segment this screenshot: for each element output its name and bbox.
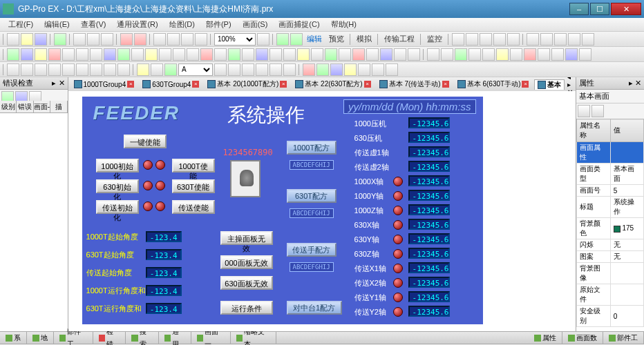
tb-btn[interactable] [90,63,102,76]
tb-btn[interactable] [256,48,268,61]
tb-btn[interactable] [297,48,310,61]
btn-1000t-enable[interactable]: 1000T使能 [172,159,215,172]
tb-btn[interactable] [76,63,88,76]
tb-btn[interactable] [214,48,227,61]
doctab[interactable]: 基本 20(1000T配方)× [205,79,290,89]
prop-name[interactable]: 画面类型 [577,164,610,185]
tb-btn[interactable] [173,48,185,61]
btn-run-cond[interactable]: 运行条件 [220,301,273,315]
tb-btn[interactable] [468,48,481,61]
btn-conveyor-init[interactable]: 传送初始化 [96,200,139,214]
close-tab-icon[interactable]: × [192,81,199,88]
tb-save-icon[interactable] [35,33,47,46]
mode-monitor[interactable]: 监控 [424,34,445,44]
zoom-select[interactable]: 100% [214,33,256,46]
tb-btn[interactable] [76,48,88,61]
col-value[interactable]: 值 [610,119,643,142]
tb-btn[interactable] [7,63,19,76]
tb-btn[interactable] [242,63,254,76]
menu-edit[interactable]: 编辑(E) [39,19,75,30]
tb-btn[interactable] [228,48,240,61]
btn-630t-recipe[interactable]: 630T配方 [287,189,337,203]
fld-1000t-startang[interactable]: -123.4 [146,231,182,242]
tb-btn[interactable] [482,48,495,61]
fld-630t-startang[interactable]: -123.4 [146,249,182,260]
tb-open-icon[interactable] [21,33,33,46]
tb-undo-icon[interactable] [120,33,133,46]
btn-panel630-off[interactable]: 630面板无效 [220,276,273,290]
close-tab-icon[interactable]: × [364,81,371,88]
tb-btn[interactable] [538,48,550,61]
tb-btn[interactable] [565,48,578,61]
tb-btn[interactable] [372,63,384,76]
mode-sim[interactable]: 模拟 [354,34,375,44]
prop-name[interactable]: 背景颜色 [577,218,610,239]
tb-btn[interactable] [568,33,580,46]
errtab-desc[interactable]: 描 [50,101,67,112]
tabs-scroll-icon[interactable]: ◂ ▸ ✕ [567,77,573,91]
tb-btn[interactable] [104,48,116,61]
tb-btn[interactable] [21,48,33,61]
tb-btn[interactable] [480,33,492,46]
tb-cut-icon[interactable] [73,33,86,46]
tb-btn[interactable] [394,48,406,61]
btab[interactable]: 通用 [159,332,191,344]
tb-btn[interactable] [137,63,149,76]
tb-btn[interactable] [455,48,467,61]
tb-btn[interactable] [117,63,130,76]
axis-value[interactable]: -12345.6 [408,146,450,157]
close-tab-icon[interactable]: × [442,81,449,88]
btn-panel000-off[interactable]: 000面板无效 [220,255,273,269]
axis-value[interactable]: -12345.6 [408,219,450,230]
axis-value[interactable]: -12345.6 [408,291,450,302]
errtab-level[interactable]: 级别 [0,101,17,112]
prop-value[interactable]: 5 [610,185,643,197]
tb-btn[interactable] [344,63,357,76]
tb-btn[interactable] [427,48,439,61]
tb-btn[interactable] [117,48,130,61]
btn-conveyor-enable[interactable]: 传送使能 [172,200,215,214]
doctab[interactable]: 基本 6(630T手动)× [455,79,532,89]
tb-btn[interactable] [151,63,163,76]
btn-conveyor-recipe[interactable]: 传送手配方 [287,243,337,257]
tb-btn[interactable] [366,48,379,61]
menu-draw[interactable]: 绘图(D) [164,19,200,30]
tb-btn[interactable] [181,33,193,46]
doctab[interactable]: 630TGroup4× [140,80,202,88]
axis-value[interactable]: -12345.6 [408,233,450,244]
tb-btn[interactable] [195,33,207,46]
btn-1000-init[interactable]: 1000初始化 [96,159,139,172]
panel-close-icon[interactable]: ▸ ✕ [52,79,64,88]
prop-value[interactable]: 无 [610,239,643,251]
close-button[interactable]: ✕ [611,3,641,15]
tb-btn[interactable] [330,63,343,76]
fld-conv-startang[interactable]: -123.4 [146,267,182,278]
tb-btn[interactable] [452,33,464,46]
axis-value[interactable]: -12345.6 [408,190,450,201]
axis-value[interactable]: -12345.6 [408,117,450,128]
tb-btn[interactable] [325,48,337,61]
menu-capture[interactable]: 画面捕捉(C) [273,19,325,30]
prop-value[interactable] [610,263,643,284]
btn-630t-enable[interactable]: 630T使能 [172,179,215,193]
tb-btn[interactable] [35,48,47,61]
btab[interactable]: 系 [0,332,27,344]
close-tab-icon[interactable]: × [522,81,529,88]
tb-btn[interactable] [554,33,567,46]
minimize-button[interactable]: – [569,3,589,15]
tb-btn[interactable] [200,48,213,61]
btab[interactable]: 检错 [93,332,126,344]
prop-name[interactable]: 原始文件 [577,284,610,306]
close-tab-icon[interactable]: × [280,81,287,88]
doctab[interactable]: 基本 7(传送手动)× [377,79,452,89]
tb-btn[interactable] [62,63,75,76]
tb-btn[interactable] [540,33,553,46]
fld-630t-runang[interactable]: -123.4 [146,303,182,314]
prop-name[interactable]: 图案 [577,251,610,263]
doctab[interactable]: 1000TGroup4× [71,80,138,88]
tb-btn[interactable] [48,48,61,61]
axis-value[interactable]: -12345.6 [408,204,450,215]
prop-value[interactable]: 系统操作 [610,197,643,218]
axis-value[interactable]: -12345.6 [408,248,450,259]
tb-btn[interactable] [131,48,144,61]
